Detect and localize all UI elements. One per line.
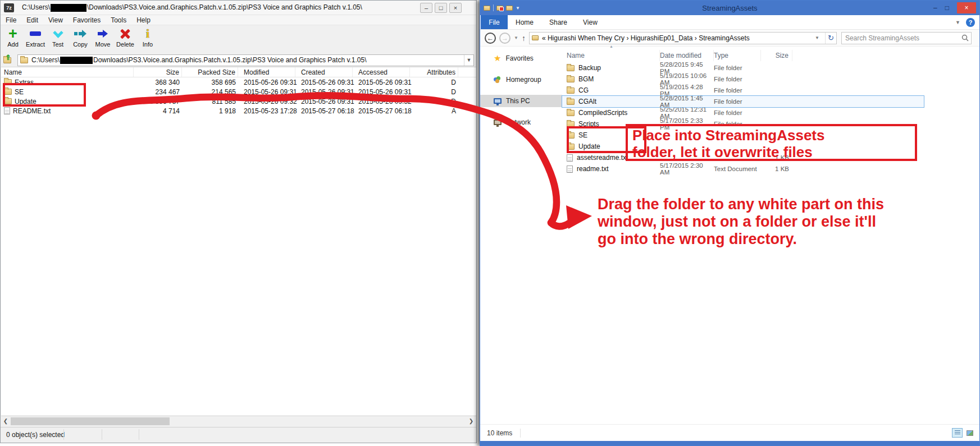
up-button[interactable]: ↑ <box>522 34 526 43</box>
column-header-name[interactable]: Name <box>562 50 660 61</box>
move-arrow-icon <box>97 29 109 38</box>
sidebar-item-homegroup[interactable]: Homegroup <box>480 73 562 86</box>
info-button[interactable]: i Info <box>136 26 159 48</box>
selection-status-text: 0 object(s) selected <box>6 431 65 439</box>
breadcrumb[interactable]: « Higurashi When They Cry › HigurashiEp0… <box>529 32 837 44</box>
maximize-button[interactable]: □ <box>945 4 949 12</box>
search-icon <box>961 34 969 42</box>
extract-button[interactable]: Extract <box>24 26 47 48</box>
address-combobox[interactable]: C:\Users\Downloads\PS3.Voice.and.Graphic… <box>17 54 474 66</box>
explorer-list-header: Name Date modified Type Size <box>562 50 979 61</box>
maximize-button[interactable]: □ <box>435 3 447 13</box>
homegroup-icon <box>494 76 502 83</box>
ribbon-tabs: File Home Share View ▼ ? <box>480 15 979 30</box>
delete-label: Delete <box>114 41 136 48</box>
column-header-modified[interactable]: Modified <box>238 67 295 77</box>
file-created: 2015-05-26 09:31 <box>295 88 353 96</box>
column-header-size[interactable]: Size <box>134 67 182 77</box>
tab-file[interactable]: File <box>481 15 508 29</box>
explorer-window: ▼ StreamingAssets – □ × File Home Share … <box>480 0 980 446</box>
menu-favorites[interactable]: Favorites <box>68 16 106 24</box>
scroll-left-arrow[interactable]: ❮ <box>1 418 10 424</box>
list-item[interactable]: readme.txt 5/17/2015 2:30 AM Text Docume… <box>562 163 924 174</box>
file-packed-size: 811 585 <box>182 98 238 105</box>
close-button[interactable]: × <box>449 3 462 13</box>
file-type: File folder <box>714 76 761 82</box>
forward-button[interactable]: → <box>499 33 510 44</box>
move-button[interactable]: Move <box>92 26 114 48</box>
annotation-drag-note: Drag the folder to any white part on thi… <box>598 196 884 248</box>
thumbnails-view-button[interactable] <box>964 428 975 438</box>
sidebar-item-this-pc[interactable]: This PC <box>480 95 562 107</box>
move-label: Move <box>92 41 114 48</box>
items-count-text: 10 items <box>487 429 512 437</box>
sidebar-item-favorites[interactable]: ★ Favorites <box>480 52 562 65</box>
delete-button[interactable]: Delete <box>114 26 136 48</box>
minimize-button[interactable]: – <box>933 4 937 12</box>
address-dropdown-button[interactable]: ▼ <box>464 55 473 66</box>
list-item[interactable]: BGM 5/19/2015 10:06 AM File folder <box>562 73 924 85</box>
column-header-name[interactable]: Name <box>1 67 134 77</box>
file-name: CGAlt <box>578 98 596 105</box>
refresh-icon[interactable]: ↻ <box>825 33 836 44</box>
details-view-button[interactable] <box>952 428 963 438</box>
file-date: 5/17/2015 2:30 AM <box>660 162 714 176</box>
sidebar-item-network[interactable]: Network <box>480 116 562 128</box>
explorer-statusbar: 10 items <box>480 424 979 441</box>
list-item[interactable]: CG 5/19/2015 4:28 PM File folder <box>562 85 924 96</box>
column-header-date-modified[interactable]: Date modified <box>660 50 714 61</box>
up-arrow-icon: ⇑ <box>5 53 11 62</box>
column-header-created[interactable]: Created <box>295 67 353 77</box>
menu-file[interactable]: File <box>1 16 21 24</box>
list-item[interactable]: Backup 5/28/2015 9:45 PM File folder <box>562 62 924 73</box>
tab-share[interactable]: Share <box>541 15 575 29</box>
add-button[interactable]: + Add <box>2 26 24 48</box>
horizontal-scrollbar[interactable]: ❮ ❯ <box>1 416 476 426</box>
search-box[interactable] <box>841 32 972 44</box>
expand-ribbon-chevron-icon[interactable]: ▼ <box>955 20 960 25</box>
file-created: 2015-05-27 06:18 <box>295 107 353 115</box>
column-header-attributes[interactable]: Attributes <box>410 67 458 77</box>
menu-help[interactable]: Help <box>131 16 156 24</box>
breadcrumb-dropdown-icon[interactable]: ▼ <box>813 35 822 40</box>
list-item-selected[interactable]: CGAlt 5/28/2015 1:45 AM File folder <box>562 96 924 107</box>
file-accessed: 2015-05-26 09:31 <box>353 79 410 86</box>
column-header-accessed[interactable]: Accessed <box>353 67 410 77</box>
scrollbar-thumb[interactable] <box>11 417 170 425</box>
menu-edit[interactable]: Edit <box>21 16 43 24</box>
tab-home[interactable]: Home <box>508 15 541 29</box>
close-button[interactable]: × <box>957 2 976 13</box>
help-icon[interactable]: ? <box>966 18 975 27</box>
file-modified: 2015-05-26 09:31 <box>238 88 295 96</box>
tab-view[interactable]: View <box>575 15 605 29</box>
minimize-button[interactable]: – <box>420 3 432 13</box>
column-header-packed-size[interactable]: Packed Size <box>182 67 238 77</box>
column-header-type[interactable]: Type <box>714 50 761 61</box>
file-modified: 2015-05-26 09:32 <box>238 98 295 105</box>
column-header-size[interactable]: Size <box>761 50 792 61</box>
back-button[interactable]: ← <box>485 33 496 44</box>
status-divider <box>102 429 102 440</box>
text-file-icon <box>567 154 573 162</box>
status-divider <box>520 429 521 438</box>
menu-tools[interactable]: Tools <box>106 16 131 24</box>
7zip-window: 7z C:\Users\\Downloads\PS3.Voice.and.Gra… <box>0 0 477 443</box>
7zip-caption-buttons: – □ × <box>420 3 476 13</box>
breadcrumb-path[interactable]: « Higurashi When They Cry › HigurashiEp0… <box>542 34 750 42</box>
annotation-drag-line2: window, just not on a folder or else it'… <box>598 213 884 231</box>
menu-view[interactable]: View <box>43 16 68 24</box>
folder-icon <box>567 99 575 105</box>
file-packed-size: 358 695 <box>182 79 238 86</box>
file-name: assetsreadme.txt <box>577 154 628 162</box>
info-i-icon: i <box>146 28 149 39</box>
scroll-right-arrow[interactable]: ❯ <box>467 416 476 426</box>
search-input[interactable] <box>844 34 961 43</box>
table-row[interactable]: README.txt 4 714 1 918 2015-05-23 17:28 … <box>1 106 476 116</box>
test-button[interactable]: Test <box>47 26 69 48</box>
test-check-icon <box>53 27 63 38</box>
list-item[interactable]: CompiledScripts 5/25/2015 12:31 AM File … <box>562 107 924 118</box>
history-dropdown-icon[interactable]: ▼ <box>514 35 518 40</box>
folder-up-button[interactable]: ⇑ <box>3 55 13 65</box>
copy-button[interactable]: Copy <box>69 26 92 48</box>
file-name: CompiledScripts <box>578 109 627 117</box>
